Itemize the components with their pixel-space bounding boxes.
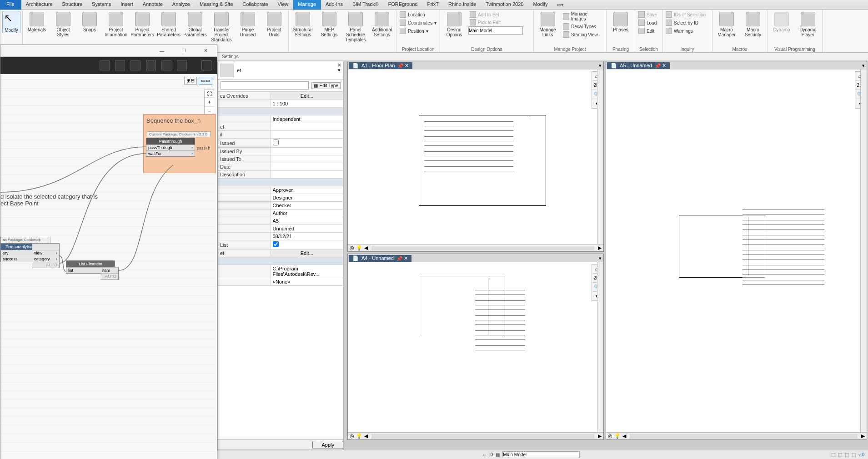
prop-value[interactable]: Author	[271, 210, 343, 217]
tab-twinmotion[interactable]: Twinmotion 2020	[481, 0, 528, 10]
materials-button[interactable]: Materials	[25, 11, 49, 32]
port-in[interactable]: waitFor	[148, 151, 162, 156]
fit-icon[interactable]: ⛶	[205, 90, 214, 98]
filter-icon[interactable]: ▿:0	[858, 452, 864, 457]
object-styles-button[interactable]: Object Styles	[51, 11, 75, 37]
panel-schedule-button[interactable]: Panel Schedule Templates	[343, 11, 368, 42]
vscrollbar[interactable]	[597, 70, 603, 244]
view-canvas[interactable]	[348, 70, 603, 244]
prop-value[interactable]: Designer	[271, 194, 343, 202]
port-out[interactable]: item	[102, 268, 110, 273]
dynamo-player-button[interactable]: Dynamo Player	[796, 11, 820, 37]
prop-value[interactable]: 08/12/21	[271, 233, 343, 240]
shared-parameters-button[interactable]: Shared Parameters	[156, 11, 181, 37]
view-menu-icon[interactable]: ▾	[599, 255, 602, 261]
tab-manage[interactable]: Manage	[293, 0, 321, 10]
tab-addins[interactable]: Add-Ins	[321, 0, 348, 10]
pin-icon[interactable]: 📌	[396, 256, 401, 260]
light-icon[interactable]: 💡	[356, 245, 362, 251]
port-in[interactable]: passThrough	[148, 145, 172, 150]
prop-value[interactable]	[271, 131, 343, 139]
model-icon[interactable]: ▦	[496, 452, 500, 457]
node-header[interactable]: List.FirstItem	[66, 261, 115, 267]
global-parameters-button[interactable]: Global Parameters	[183, 11, 207, 37]
3d-view-toggle[interactable]: ▭▭	[199, 77, 212, 85]
selmode4-icon[interactable]: ⬚	[852, 452, 856, 457]
edit-button[interactable]: Edit...	[271, 92, 343, 100]
project-information-button[interactable]: Project Information	[104, 11, 128, 37]
prop-checkbox[interactable]	[271, 240, 343, 249]
prop-value[interactable]: Independent	[271, 115, 343, 123]
port-in[interactable]: success	[3, 257, 18, 261]
ribbon-collapse-icon[interactable]: ▭▾	[557, 0, 564, 10]
scale-icon[interactable]: ↔	[482, 452, 487, 457]
tab-view[interactable]: View	[273, 0, 294, 10]
close-icon[interactable]: ✕	[662, 63, 666, 69]
node-first-out[interactable]: item AUTO	[100, 267, 119, 279]
warnings-button[interactable]: Warnings	[664, 27, 710, 35]
apply-button[interactable]: Apply	[312, 441, 343, 449]
snaps-button[interactable]: Snaps	[77, 11, 102, 32]
view-canvas[interactable]	[348, 262, 603, 432]
hscroll-left-icon[interactable]: ◀	[364, 245, 368, 251]
project-parameters-button[interactable]: Project Parameters	[130, 11, 155, 37]
graph-view-toggle[interactable]: ⊞⊟	[184, 77, 197, 85]
additional-settings-button[interactable]: Additional Settings	[370, 11, 394, 37]
tab-file[interactable]: File	[0, 0, 21, 10]
crop-icon[interactable]: ◎	[608, 433, 612, 439]
purge-unused-button[interactable]: Purge Unused	[236, 11, 260, 37]
tab-annotate[interactable]: Annotate	[138, 0, 168, 10]
hscroll-left-icon[interactable]: ◀	[364, 433, 368, 439]
instance-filter-input[interactable]	[221, 81, 309, 90]
hscroll-right-icon[interactable]: ▶	[598, 433, 602, 439]
geom-box3-icon[interactable]	[146, 60, 156, 70]
tab-prlxt[interactable]: PrlxT	[422, 0, 444, 10]
view-menu-icon[interactable]: ▾	[862, 63, 865, 69]
vscrollbar[interactable]	[597, 262, 603, 432]
location-button[interactable]: Location	[398, 11, 438, 18]
geom-preview-icon[interactable]	[100, 60, 110, 70]
prop-value[interactable]: <None>	[271, 278, 343, 286]
selmode-icon[interactable]: ⬚	[831, 452, 835, 457]
phases-button[interactable]: Phases	[608, 11, 633, 32]
select-by-id-button[interactable]: Select by ID	[664, 19, 710, 26]
node-header[interactable]: Passthrough	[146, 138, 195, 145]
tab-architecture[interactable]: Architecture	[21, 0, 58, 10]
coordinates-button[interactable]: Coordinates ▾	[398, 19, 438, 26]
minimize-button[interactable]: —	[155, 48, 169, 54]
view-canvas[interactable]	[606, 70, 867, 432]
hscroll-right-icon[interactable]: ▶	[598, 245, 602, 251]
design-option-status-select[interactable]	[502, 451, 580, 458]
design-option-select[interactable]	[468, 26, 523, 35]
vscrollbar[interactable]	[860, 70, 867, 432]
tab-bimtrack[interactable]: BIM Track®	[348, 0, 384, 10]
geom-box-icon[interactable]	[115, 60, 125, 70]
prop-checkbox[interactable]	[271, 139, 343, 148]
edit-button[interactable]: Edit...	[271, 249, 343, 257]
tab-modify[interactable]: Modify	[528, 0, 552, 10]
pin-icon[interactable]: 📌	[655, 63, 659, 68]
mep-settings-button[interactable]: MEP Settings	[317, 11, 341, 37]
prop-value[interactable]	[271, 123, 343, 131]
tab-massing[interactable]: Massing & Site	[195, 0, 238, 10]
tab-insert[interactable]: Insert	[116, 0, 138, 10]
crop-icon[interactable]: ◎	[350, 433, 354, 439]
maximize-button[interactable]: ☐	[177, 48, 191, 54]
hscroll-left-icon[interactable]: ◀	[622, 433, 626, 439]
prop-value[interactable]	[271, 148, 343, 155]
dynamo-titlebar[interactable]: — ☐ ✕	[0, 45, 217, 57]
macro-manager-button[interactable]: Macro Manager	[714, 11, 739, 37]
camera-icon[interactable]	[201, 60, 211, 70]
port-out[interactable]: view	[34, 251, 42, 255]
prop-group[interactable]	[218, 257, 343, 265]
prop-value[interactable]: Checker	[271, 202, 343, 210]
dynamo-canvas[interactable]: ⊞⊟ ▭▭ ⛶ ＋ － ✥ Sequence the box_n Custom …	[0, 74, 217, 459]
node-passthrough[interactable]: Passthrough passThrough› waitFor›	[146, 138, 195, 157]
prop-value[interactable]: Approver	[271, 186, 343, 194]
prop-group[interactable]	[218, 108, 343, 115]
position-button[interactable]: Position ▾	[398, 27, 438, 35]
pin-icon[interactable]: 📌	[397, 63, 402, 68]
selmode3-icon[interactable]: ⬚	[845, 452, 849, 457]
project-units-button[interactable]: Project Units	[262, 11, 286, 37]
macro-security-button[interactable]: Macro Security	[741, 11, 765, 37]
